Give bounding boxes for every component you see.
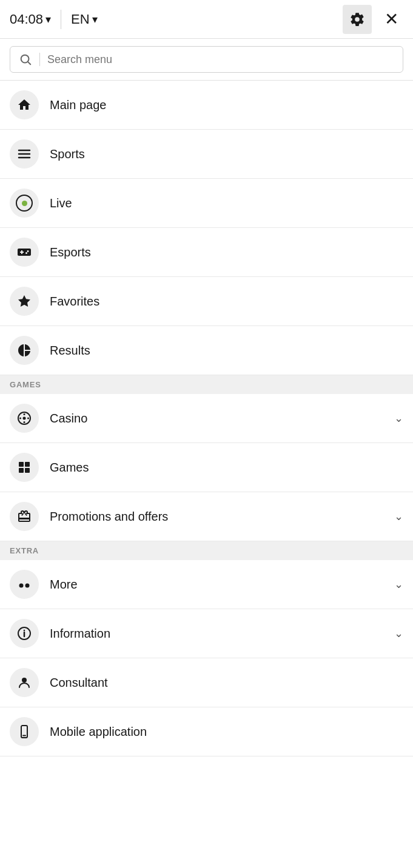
close-button[interactable]: ✕	[379, 7, 403, 32]
time-display[interactable]: 04:08 ▾	[10, 12, 51, 27]
sidebar-item-label: Consultant	[50, 676, 403, 690]
sidebar-item-casino[interactable]: Casino ⌄	[0, 394, 413, 443]
sidebar-item-more[interactable]: More ⌄	[0, 560, 413, 609]
sidebar-item-label: Games	[50, 461, 403, 475]
sidebar-item-promotions[interactable]: Promotions and offers ⌄	[0, 492, 413, 541]
svg-rect-14	[25, 468, 30, 473]
sidebar-item-esports[interactable]: Esports	[0, 228, 413, 277]
language-value: EN	[71, 12, 90, 27]
promotions-icon	[10, 502, 39, 531]
svg-point-8	[24, 421, 25, 423]
sidebar-item-label: Casino	[50, 412, 389, 426]
section-games: GAMES Casino ⌄ Games	[0, 375, 413, 541]
more-icon	[10, 570, 39, 599]
consultant-icon	[10, 668, 39, 697]
svg-point-9	[19, 418, 21, 419]
chevron-down-icon: ⌄	[394, 510, 403, 523]
sidebar-item-label: Promotions and offers	[50, 510, 389, 524]
sidebar-item-main-page[interactable]: Main page	[0, 81, 413, 130]
sidebar-item-label: Main page	[50, 98, 403, 112]
gear-icon	[349, 12, 365, 27]
results-icon	[10, 336, 39, 365]
star-icon	[10, 287, 39, 316]
live-icon	[10, 189, 39, 218]
svg-point-10	[27, 418, 29, 419]
sidebar-item-label: Esports	[50, 245, 403, 259]
sidebar-item-favorites[interactable]: Favorites	[0, 277, 413, 326]
svg-rect-13	[19, 468, 24, 473]
language-selector[interactable]: EN ▾	[71, 12, 98, 27]
info-icon	[10, 619, 39, 648]
svg-line-1	[28, 62, 30, 64]
close-icon: ✕	[384, 9, 398, 29]
sidebar-item-label: Information	[50, 627, 389, 641]
sidebar-item-sports[interactable]: Sports	[0, 130, 413, 179]
svg-rect-11	[19, 462, 24, 467]
mobile-icon	[10, 717, 39, 746]
search-input[interactable]	[47, 53, 394, 66]
sidebar-item-consultant[interactable]: Consultant	[0, 658, 413, 707]
section-header-extra: EXTRA	[0, 541, 413, 560]
sidebar-item-label: More	[50, 578, 389, 592]
esports-icon	[10, 238, 39, 267]
svg-point-7	[24, 413, 25, 415]
sidebar-item-label: Favorites	[50, 295, 403, 309]
chevron-down-icon: ⌄	[394, 578, 403, 591]
sidebar-item-label: Results	[50, 344, 403, 358]
app-header: 04:08 ▾ EN ▾ ✕	[0, 0, 413, 39]
search-divider	[39, 53, 40, 66]
sidebar-item-label: Live	[50, 196, 403, 210]
section-header-games: GAMES	[0, 375, 413, 394]
search-section	[0, 39, 413, 81]
menu-main: Main page Sports Live Esports	[0, 81, 413, 375]
home-icon	[10, 90, 39, 119]
sidebar-item-label: Sports	[50, 147, 403, 161]
svg-point-15	[19, 584, 24, 588]
header-divider	[61, 10, 61, 29]
settings-button[interactable]	[343, 5, 372, 34]
sidebar-item-games[interactable]: Games	[0, 443, 413, 492]
search-icon	[19, 53, 32, 66]
time-chevron-icon: ▾	[45, 13, 51, 26]
sports-icon	[10, 139, 39, 169]
sidebar-item-mobile-app[interactable]: Mobile application	[0, 707, 413, 756]
casino-icon	[10, 404, 39, 433]
sidebar-item-live[interactable]: Live	[0, 179, 413, 228]
sidebar-item-results[interactable]: Results	[0, 326, 413, 375]
time-value: 04:08	[10, 12, 43, 27]
chevron-down-icon: ⌄	[394, 412, 403, 425]
svg-point-20	[22, 678, 27, 683]
sidebar-item-information[interactable]: Information ⌄	[0, 609, 413, 658]
svg-point-6	[23, 417, 26, 420]
section-extra: EXTRA More ⌄ Information ⌄	[0, 541, 413, 756]
svg-point-16	[25, 584, 30, 588]
svg-point-19	[24, 630, 25, 632]
games-icon	[10, 453, 39, 482]
chevron-down-icon: ⌄	[394, 627, 403, 640]
lang-chevron-icon: ▾	[92, 13, 98, 26]
sidebar-item-label: Mobile application	[50, 725, 403, 739]
search-box[interactable]	[10, 46, 403, 73]
svg-rect-12	[25, 462, 30, 467]
